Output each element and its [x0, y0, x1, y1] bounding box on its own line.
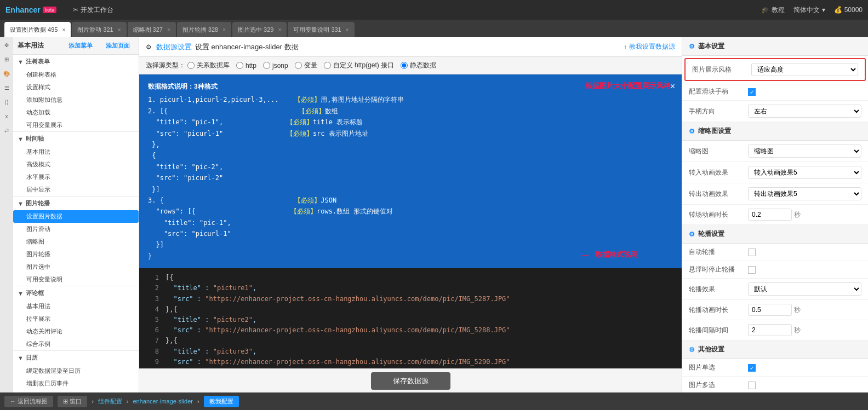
back-to-flow-button[interactable]: ← 返回流程图: [4, 396, 53, 407]
source-type-row: 选择源类型： 关系数据库 http jsonp 变量 自定义 http(get)…: [139, 57, 682, 74]
tab-variables[interactable]: 可用变量说明 331 ×: [288, 22, 354, 37]
sidebar-item-comment-basic[interactable]: 基本用法: [13, 300, 139, 313]
tab-variables-label: 可用变量说明 331: [293, 26, 341, 34]
overlay-close-btn[interactable]: ×: [670, 79, 675, 94]
sidebar-group-treetable-title[interactable]: ▼ 注树表单: [13, 55, 139, 68]
source-type-jsonp[interactable]: jsonp: [263, 62, 288, 70]
tab-img-select[interactable]: 图片选中 329 ×: [232, 22, 287, 37]
sidebar-item-cal-booking[interactable]: 会议室预定: [13, 390, 139, 392]
source-type-var[interactable]: 变量: [295, 61, 317, 70]
display-style-select[interactable]: 适应高度 适应宽度 拉伸填满 原始大小: [751, 63, 858, 76]
carousel-duration-label: 轮播动画时长: [689, 305, 744, 315]
single-select-row: 图片单选 ✓: [682, 359, 868, 377]
sidebar-item-timeline-basic[interactable]: 基本用法: [13, 146, 139, 158]
sidebar-group-treetable: ▼ 注树表单 创建树表格 设置样式 添加附加信息 动态加载 可用变量展示: [13, 55, 139, 132]
cursor-icon[interactable]: ✥: [1, 39, 12, 50]
sidebar-item-add-info[interactable]: 添加附加信息: [13, 94, 139, 106]
sidebar-item-thumbnail[interactable]: 缩略图: [13, 235, 139, 248]
sidebar-item-comment-flat[interactable]: 拉平展示: [13, 313, 139, 325]
sidebar-item-timeline-center[interactable]: 居中显示: [13, 183, 139, 196]
language-selector[interactable]: 简体中文 ▾: [793, 5, 825, 15]
sidebar-group-calendar-title[interactable]: ▼ 日历: [13, 351, 139, 365]
add-menu-btn[interactable]: 添加菜单: [64, 39, 97, 52]
dev-workbench-menu[interactable]: ✂ 开发工作台: [67, 3, 118, 17]
breadcrumb-slider[interactable]: enhancer-image-slider: [133, 398, 192, 405]
tab-thumbnail[interactable]: 缩略图 327 ×: [128, 22, 176, 37]
tutorial-link[interactable]: 🎓 教程: [761, 5, 784, 15]
transition-duration-input[interactable]: [748, 209, 792, 221]
exit-animation-select[interactable]: 转出动画效果5 转出动画效果1 转出动画效果2 转出动画效果3 转出动画效果4: [748, 187, 861, 200]
save-datasource-button[interactable]: 保存数据源: [371, 372, 450, 390]
single-select-checkbox[interactable]: ✓: [748, 364, 756, 372]
basic-settings-header: ⚙ 基本设置: [682, 37, 868, 56]
auto-carousel-checkbox[interactable]: [748, 249, 756, 256]
multi-select-checkbox[interactable]: [748, 382, 756, 389]
sidebar-item-set-imgdata[interactable]: 设置图片数据: [13, 210, 139, 223]
carousel-settings-label: 轮播设置: [698, 229, 724, 239]
expand-icon-timeline: ▼: [18, 136, 24, 142]
thumbnail-settings-label: 缩略图设置: [698, 126, 731, 136]
sidebar-item-timeline-advanced[interactable]: 高级模式: [13, 158, 139, 171]
sidebar-group-timeline-title[interactable]: ▼ 时间轴: [13, 132, 139, 146]
window-button[interactable]: ⊞ 窗口: [58, 396, 87, 407]
tab-img-carousel[interactable]: 图片轮播 328 ×: [177, 22, 231, 37]
thumbnail-select[interactable]: 缩略图 点状 无: [748, 145, 861, 158]
configure-slider-checkbox[interactable]: ✓: [748, 88, 756, 96]
datasource-help[interactable]: ↑ 教我设置数据源: [624, 42, 675, 51]
display-style-label: 图片展示风格: [692, 65, 747, 74]
arrow-icon: →: [580, 245, 591, 264]
palette-icon[interactable]: 🎨: [1, 68, 12, 79]
tab-thumbnail-close[interactable]: ×: [167, 27, 170, 33]
source-type-static[interactable]: 静态数据: [401, 61, 436, 70]
list-icon[interactable]: ☰: [1, 82, 12, 93]
hover-stop-checkbox[interactable]: [748, 266, 756, 274]
sidebar-header: 基本用法 添加菜单 添加页面: [13, 37, 139, 55]
source-type-custom[interactable]: 自定义 http(get) 接口: [324, 61, 394, 70]
tab-img-carousel-close[interactable]: ×: [222, 27, 226, 33]
source-type-db[interactable]: 关系数据库: [187, 61, 230, 70]
breadcrumb-configure[interactable]: 教我配置: [204, 396, 239, 407]
source-type-http[interactable]: http: [236, 62, 256, 70]
code-icon[interactable]: ⟨⟩: [1, 96, 12, 107]
tab-img-select-close[interactable]: ×: [278, 27, 281, 33]
transition-duration-label: 转场动画时长: [689, 210, 744, 220]
tab-img-carousel-label: 图片轮播 328: [182, 26, 218, 34]
sidebar-item-cal-crud[interactable]: 增删改日历事件: [13, 377, 139, 390]
sidebar-item-timeline-horizontal[interactable]: 水平展示: [13, 171, 139, 183]
tab-img-slider[interactable]: 图片滑动 321 ×: [72, 22, 126, 37]
enter-animation-select[interactable]: 转入动画效果5 转入动画效果1 转入动画效果2 转入动画效果3 转入动画效果4: [748, 166, 861, 179]
display-style-value[interactable]: 适应高度 适应宽度 拉伸填满 原始大小: [751, 63, 858, 76]
sidebar-item-img-slider[interactable]: 图片滑动: [13, 223, 139, 235]
tab-img-slider-close[interactable]: ×: [118, 27, 121, 33]
sidebar-item-dynamic-load[interactable]: 动态加载: [13, 106, 139, 119]
sidebar-item-comment-example[interactable]: 综合示例: [13, 338, 139, 350]
sidebar-group-comment-title[interactable]: ▼ 评论框: [13, 286, 139, 300]
carousel-duration-input[interactable]: [748, 304, 792, 316]
breadcrumb-component[interactable]: 组件配置: [98, 397, 122, 406]
sidebar-item-create-tree[interactable]: 创建树表格: [13, 68, 139, 81]
code-editor[interactable]: 1 [{ 2 "title" : "picture1", 3 "src" : "…: [139, 268, 682, 368]
add-page-btn[interactable]: 添加页面: [101, 39, 134, 52]
carousel-interval-input[interactable]: [748, 324, 792, 336]
auto-carousel-label: 自动轮播: [689, 247, 744, 257]
sidebar-group-comment: ▼ 评论框 基本用法 拉平展示 动态关闭评论 综合示例: [13, 286, 139, 351]
datasource-link[interactable]: 数据源设置: [156, 42, 192, 52]
sidebar-item-var-explain[interactable]: 可用变量说明: [13, 273, 139, 286]
sidebar-group-carousel-title[interactable]: ▼ 图片轮播: [13, 197, 139, 210]
tab-variables-close[interactable]: ×: [346, 27, 349, 33]
sidebar-item-img-carousel[interactable]: 图片轮播: [13, 248, 139, 261]
sidebar-item-img-select[interactable]: 图片选中: [13, 261, 139, 273]
sidebar-item-var-display[interactable]: 可用变量展示: [13, 119, 139, 131]
carousel-effect-select[interactable]: 默认 渐变 翻转: [748, 282, 861, 296]
sidebar-item-cal-bind[interactable]: 绑定数据渲染至日历: [13, 365, 139, 377]
sidebar-item-set-style[interactable]: 设置样式: [13, 81, 139, 94]
slider-direction-select[interactable]: 左右 上下: [748, 105, 861, 118]
exit-animation-row: 转出动画效果 转出动画效果5 转出动画效果1 转出动画效果2 转出动画效果3 转…: [682, 183, 868, 205]
sidebar-item-comment-dynamic[interactable]: 动态关闭评论: [13, 325, 139, 338]
tab-settings-data-close[interactable]: ×: [62, 27, 65, 33]
var-icon[interactable]: x: [1, 111, 12, 122]
component-icon[interactable]: ⊞: [1, 54, 12, 65]
tab-settings-data[interactable]: 设置图片数据 495 ×: [4, 22, 71, 37]
other-gear-icon: ⚙: [689, 346, 695, 354]
http-icon[interactable]: ⇌: [1, 125, 12, 136]
